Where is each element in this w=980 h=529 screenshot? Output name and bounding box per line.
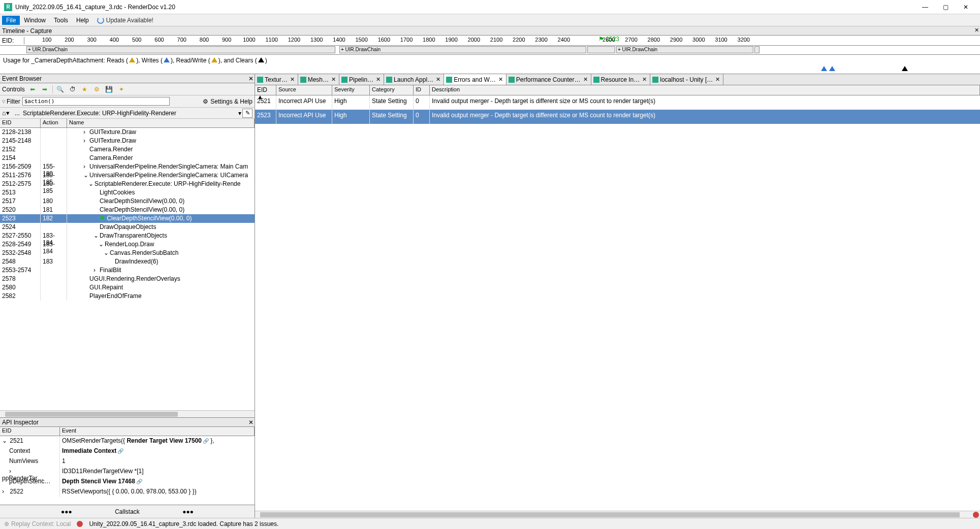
table-row[interactable]: 2580GUI.Repaint: [0, 283, 255, 292]
api-row[interactable]: pDepthStenc…Depth Stencil View 17468🔗: [0, 477, 255, 487]
errors-rows[interactable]: 2521Incorrect API UseHighState Setting0I…: [255, 95, 980, 511]
table-row[interactable]: 2128-2138›GUITexture.Draw: [0, 128, 255, 137]
err-col-id[interactable]: ID: [414, 85, 430, 95]
table-row[interactable]: 2156-2509155-180›UniversalRenderPipeline…: [0, 162, 255, 171]
menu-help[interactable]: Help: [72, 16, 93, 25]
table-row[interactable]: 2520181ClearDepthStencilView(0.00, 0): [0, 206, 255, 214]
event-browser-rows[interactable]: 2128-2138›GUITexture.Draw2145-2148›GUITe…: [0, 128, 255, 410]
col-name[interactable]: Name: [67, 119, 255, 127]
tab-close[interactable]: ✕: [330, 76, 337, 83]
tab[interactable]: Pipelin…✕: [339, 74, 384, 85]
col-eid[interactable]: EID: [0, 119, 41, 127]
tab-close[interactable]: ✕: [289, 76, 296, 83]
status-message: Unity_2022.09.05_16.41_capture_3.rdc loa…: [89, 520, 278, 527]
table-row[interactable]: 2145-2148›GUITexture.Draw: [0, 137, 255, 145]
api-row[interactable]: ⌄ 2521OMSetRenderTargets({ Render Target…: [0, 436, 255, 446]
timeline-tick: 3200: [738, 37, 750, 43]
menu-window[interactable]: Window: [20, 16, 50, 25]
tab-icon: [386, 77, 392, 83]
menu-tools[interactable]: Tools: [50, 16, 72, 25]
controls-label: Controls: [2, 86, 25, 93]
prev-button[interactable]: ⬅: [28, 85, 37, 94]
breadcrumb-edit[interactable]: ✎: [242, 109, 252, 118]
col-action[interactable]: Action: [41, 119, 67, 127]
err-col-description[interactable]: Description: [430, 85, 980, 95]
api-row[interactable]: ContextImmediate Context🔗: [0, 446, 255, 456]
table-row[interactable]: 2511-2576180-185⌄UniversalRenderPipeline…: [0, 171, 255, 180]
filter-input[interactable]: [22, 97, 170, 106]
table-row[interactable]: 2528-2549183-184⌄RenderLoop.Draw: [0, 240, 255, 249]
err-col-source[interactable]: Source: [276, 85, 332, 95]
api-col-event[interactable]: Event: [60, 427, 255, 436]
tab[interactable]: Textur…✕: [255, 74, 298, 85]
err-col-severity[interactable]: Severity: [332, 85, 370, 95]
tab-close[interactable]: ✕: [435, 76, 441, 83]
table-row[interactable]: 2512-2575180-185⌄ScriptableRenderer.Exec…: [0, 180, 255, 188]
update-available[interactable]: Update Available!: [97, 17, 153, 24]
tab-icon: [300, 77, 306, 83]
errors-hscroll[interactable]: [255, 511, 980, 518]
timeline-bar[interactable]: + UIR.DrawChain: [616, 46, 753, 53]
home-icon[interactable]: ⌂▾: [2, 109, 10, 117]
tab[interactable]: Performance Counter…✕: [507, 74, 591, 85]
table-row[interactable]: 2582PlayerEndOfFrame: [0, 292, 255, 301]
close-button[interactable]: ✕: [956, 0, 976, 14]
bookmark-button[interactable]: ★: [80, 85, 89, 94]
settings-button[interactable]: ⚙: [92, 85, 102, 94]
table-row[interactable]: 2532-2548⌄Canvas.RenderSubBatch: [0, 249, 255, 257]
minimize-button[interactable]: —: [915, 0, 935, 14]
tab[interactable]: Launch Appl…✕: [384, 74, 444, 85]
table-row[interactable]: 2578UGUI.Rendering.RenderOverlays: [0, 275, 255, 283]
table-row[interactable]: 2152Camera.Render: [0, 145, 255, 154]
err-col-category[interactable]: Category: [370, 85, 414, 95]
breadcrumb-text[interactable]: ScriptableRenderer.Execute: URP-HighFide…: [23, 110, 237, 117]
table-row[interactable]: 2524DrawOpaqueObjects: [0, 223, 255, 232]
table-row[interactable]: 2517180ClearDepthStencilView(0.00, 0): [0, 197, 255, 206]
find-button[interactable]: 🔍: [56, 85, 65, 94]
settings-help-label[interactable]: Settings & Help: [210, 98, 252, 105]
filter-label: Filter: [7, 98, 20, 105]
api-row[interactable]: › 2522RSSetViewports({ { 0.00, 0.00, 978…: [0, 487, 255, 497]
table-row[interactable]: 2527-2550183-184⌄DrawTransparentObjects: [0, 232, 255, 240]
menu-file[interactable]: File: [2, 16, 20, 25]
tab-close[interactable]: ✕: [582, 76, 589, 83]
timeline-ruler[interactable]: EID: ⚑ 2523 1002003004005006007008009001…: [0, 36, 980, 46]
err-col-eid[interactable]: EID ▲: [255, 85, 276, 95]
timeline-bars[interactable]: + UIR.DrawChain+ UIR.DrawChain+ UIR.Draw…: [0, 46, 980, 55]
tab[interactable]: localhost - Unity […✕: [650, 74, 723, 85]
tab-close[interactable]: ✕: [714, 76, 721, 83]
table-row[interactable]: 2523182⚑ ClearDepthStencilView(0.00, 0): [0, 214, 255, 223]
tab-close[interactable]: ✕: [375, 76, 382, 83]
error-row[interactable]: 2521Incorrect API UseHighState Setting0I…: [255, 95, 980, 110]
api-callstack[interactable]: ●●● Callstack ●●●: [0, 505, 255, 518]
tab-close[interactable]: ✕: [641, 76, 648, 83]
event-browser-hscroll[interactable]: [0, 410, 255, 417]
timeline-close[interactable]: ✕: [974, 27, 979, 34]
timeline-bar[interactable]: [754, 46, 760, 53]
table-row[interactable]: 2513LightCookies: [0, 188, 255, 197]
api-col-eid[interactable]: EID: [0, 427, 60, 436]
api-inspector-rows[interactable]: ⌄ 2521OMSetRenderTargets({ Render Target…: [0, 436, 255, 505]
api-row[interactable]: NumViews1: [0, 456, 255, 467]
tab-close[interactable]: ✕: [497, 76, 504, 83]
maximize-button[interactable]: ▢: [935, 0, 956, 14]
time-button[interactable]: ⏱: [68, 85, 77, 94]
tab[interactable]: Resource In…✕: [591, 74, 651, 85]
timeline-bar[interactable]: + UIR.DrawChain: [26, 46, 335, 53]
next-button[interactable]: ➡: [40, 85, 49, 94]
timeline-tick: 1500: [355, 37, 367, 43]
api-row[interactable]: › ppRenderTar…ID3D11RenderTargetView *[1…: [0, 467, 255, 477]
api-inspector-close[interactable]: ✕: [248, 419, 254, 426]
tab[interactable]: Errors and W…✕: [444, 74, 507, 85]
event-browser-close[interactable]: ✕: [248, 75, 254, 82]
table-row[interactable]: 2154Camera.Render: [0, 154, 255, 162]
tab[interactable]: Mesh…✕: [298, 74, 339, 85]
export-button[interactable]: ✦: [117, 85, 126, 94]
table-row[interactable]: 2548183DrawIndexed(6): [0, 257, 255, 266]
table-row[interactable]: 2553-2574›FinalBlit: [0, 266, 255, 275]
breadcrumb-dots[interactable]: ...: [15, 110, 20, 117]
timeline-bar[interactable]: [587, 46, 615, 53]
timeline-bar[interactable]: + UIR.DrawChain: [339, 46, 586, 53]
error-row[interactable]: 2523Incorrect API UseHighState Setting0I…: [255, 110, 980, 124]
save-button[interactable]: 💾: [105, 85, 114, 94]
